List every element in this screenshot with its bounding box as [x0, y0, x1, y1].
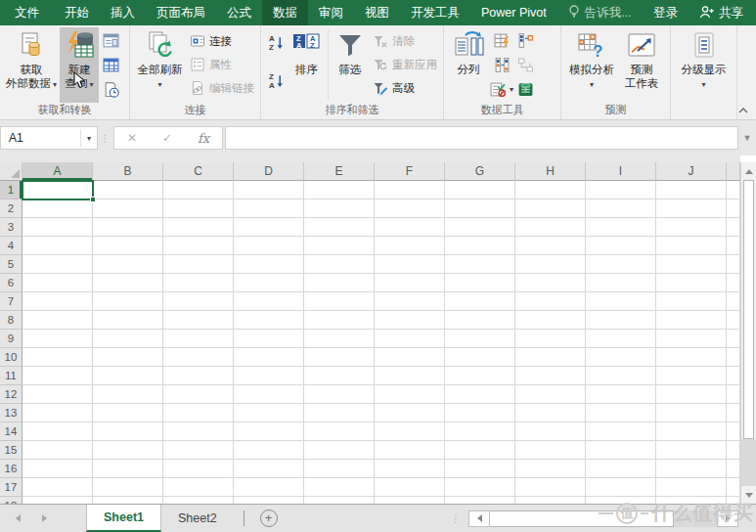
- column-header-A[interactable]: A: [22, 162, 93, 181]
- cell-F16[interactable]: [375, 460, 445, 478]
- cell-F6[interactable]: [375, 274, 445, 292]
- scroll-right-button[interactable]: [717, 510, 738, 527]
- column-header-D[interactable]: D: [234, 162, 304, 181]
- cell-A14[interactable]: [22, 422, 93, 441]
- cell-D12[interactable]: [234, 385, 304, 404]
- cell-J18[interactable]: [656, 497, 727, 504]
- tab-page-layout[interactable]: 页面布局: [146, 0, 216, 25]
- cell-C3[interactable]: [163, 218, 234, 237]
- cell-I4[interactable]: [586, 237, 656, 255]
- cell-H6[interactable]: [515, 274, 586, 292]
- cell-G11[interactable]: [445, 367, 515, 385]
- column-header-J[interactable]: J: [656, 162, 727, 181]
- cell-C11[interactable]: [163, 367, 234, 385]
- show-queries-button[interactable]: [99, 29, 122, 52]
- cell-I17[interactable]: [586, 478, 656, 497]
- cell-J7[interactable]: [656, 292, 727, 311]
- column-header-H[interactable]: H: [515, 162, 586, 181]
- cell-E13[interactable]: [304, 404, 375, 422]
- cell-B16[interactable]: [93, 460, 163, 478]
- cell-H16[interactable]: [515, 460, 586, 478]
- cell-D18[interactable]: [234, 497, 304, 504]
- row-header-15[interactable]: 15: [0, 441, 22, 460]
- cell-I6[interactable]: [586, 274, 656, 292]
- tab-home[interactable]: 开始: [54, 0, 100, 25]
- cell-C17[interactable]: [163, 478, 234, 497]
- cell-G5[interactable]: [445, 255, 515, 274]
- scroll-up-button[interactable]: [741, 162, 756, 180]
- cell-J6[interactable]: [656, 274, 727, 292]
- cell-I7[interactable]: [586, 292, 656, 311]
- cell-C9[interactable]: [163, 330, 234, 348]
- cell-F12[interactable]: [375, 385, 445, 404]
- flash-fill-button[interactable]: [490, 29, 513, 52]
- row-header-2[interactable]: 2: [0, 200, 22, 218]
- cell-F11[interactable]: [375, 367, 445, 385]
- horizontal-scroll-track[interactable]: [674, 510, 717, 527]
- cell-F14[interactable]: [375, 422, 445, 441]
- cell-G3[interactable]: [445, 218, 515, 237]
- cell-C4[interactable]: [163, 237, 234, 255]
- horizontal-scrollbar[interactable]: [468, 510, 738, 527]
- cell-J5[interactable]: [656, 255, 727, 274]
- cell-A3[interactable]: [22, 218, 93, 237]
- cell-F4[interactable]: [375, 237, 445, 255]
- row-header-5[interactable]: 5: [0, 255, 22, 274]
- cell-H5[interactable]: [515, 255, 586, 274]
- cell-E8[interactable]: [304, 311, 375, 330]
- cell-A17[interactable]: [22, 478, 93, 497]
- cell-D17[interactable]: [234, 478, 304, 497]
- cell-C12[interactable]: [163, 385, 234, 404]
- cell-B12[interactable]: [93, 385, 163, 404]
- cell-H15[interactable]: [515, 441, 586, 460]
- cell-B14[interactable]: [93, 422, 163, 441]
- cell-G14[interactable]: [445, 422, 515, 441]
- cell-H1[interactable]: [515, 181, 586, 200]
- cell-I12[interactable]: [586, 385, 656, 404]
- cell-J10[interactable]: [656, 348, 727, 367]
- cell-B6[interactable]: [93, 274, 163, 292]
- name-box[interactable]: A1 ▾: [0, 126, 98, 150]
- cell-G17[interactable]: [445, 478, 515, 497]
- cell-E15[interactable]: [304, 441, 375, 460]
- cell-B9[interactable]: [93, 330, 163, 348]
- advanced-filter-button[interactable]: 高级: [370, 76, 440, 100]
- cell-H13[interactable]: [515, 404, 586, 422]
- cell-H4[interactable]: [515, 237, 586, 255]
- cell-J11[interactable]: [656, 367, 727, 385]
- cell-E11[interactable]: [304, 367, 375, 385]
- cell-G9[interactable]: [445, 330, 515, 348]
- cell-D7[interactable]: [234, 292, 304, 311]
- manage-data-model-button[interactable]: [513, 78, 537, 101]
- cell-A15[interactable]: [22, 441, 93, 460]
- cell-B8[interactable]: [93, 311, 163, 330]
- vertical-scroll-thumb[interactable]: [743, 180, 754, 439]
- cell-A9[interactable]: [22, 330, 93, 348]
- tab-insert[interactable]: 插入: [100, 0, 146, 25]
- cell-F8[interactable]: [375, 311, 445, 330]
- tab-power-pivot[interactable]: Power Pivot: [470, 0, 557, 25]
- name-box-dropdown-icon[interactable]: ▾: [87, 134, 91, 143]
- cell-B11[interactable]: [93, 367, 163, 385]
- cell-B10[interactable]: [93, 348, 163, 367]
- cell-J8[interactable]: [656, 311, 727, 330]
- cell-H9[interactable]: [515, 330, 586, 348]
- cell-J1[interactable]: [656, 181, 727, 200]
- cell-D8[interactable]: [234, 311, 304, 330]
- cell-G16[interactable]: [445, 460, 515, 478]
- row-header-11[interactable]: 11: [0, 367, 22, 385]
- row-header-3[interactable]: 3: [0, 218, 22, 237]
- cell-I15[interactable]: [586, 441, 656, 460]
- cell-E1[interactable]: [304, 181, 375, 200]
- row-header-16[interactable]: 16: [0, 460, 22, 478]
- cell-B13[interactable]: [93, 404, 163, 422]
- cell-E16[interactable]: [304, 460, 375, 478]
- cell-A10[interactable]: [22, 348, 93, 367]
- cell-F1[interactable]: [375, 181, 445, 200]
- scroll-left-button[interactable]: [468, 510, 490, 527]
- cancel-button[interactable]: ✕: [127, 131, 137, 145]
- column-header-G[interactable]: G: [445, 162, 515, 181]
- cell-J9[interactable]: [656, 330, 727, 348]
- cell-D15[interactable]: [234, 441, 304, 460]
- cell-J3[interactable]: [656, 218, 727, 237]
